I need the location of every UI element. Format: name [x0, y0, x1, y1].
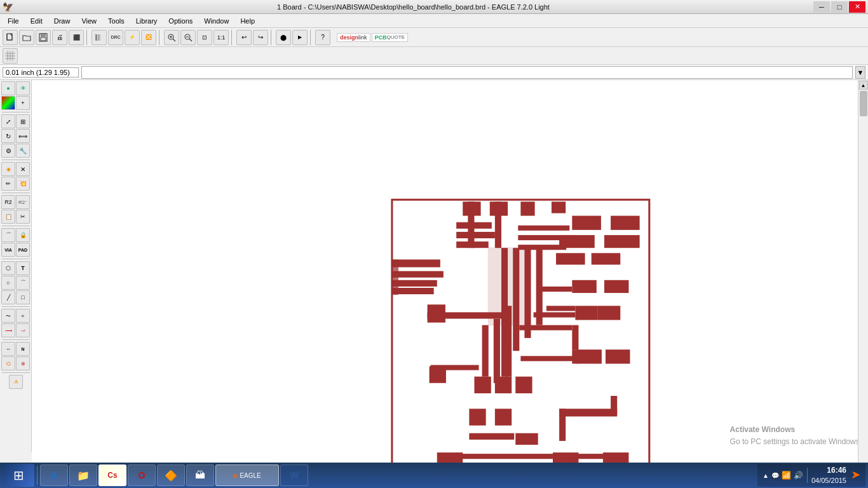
start-button[interactable]: ⊞ — [3, 464, 34, 487]
cut-button[interactable]: ✂ — [16, 210, 30, 224]
taskbar-eagle[interactable]: e EAGLE — [215, 464, 279, 486]
grid-toggle-button[interactable] — [3, 48, 18, 64]
menu-file[interactable]: File — [3, 16, 24, 26]
undo-button[interactable]: ↩ — [236, 30, 252, 45]
add-part-button[interactable]: ◉ — [1, 162, 15, 176]
menu-help[interactable]: Help — [235, 16, 260, 26]
command-input[interactable] — [81, 66, 853, 79]
drc2-button[interactable]: ⚠ — [9, 375, 23, 389]
move-button[interactable]: ⤢ — [1, 114, 15, 128]
svg-rect-62 — [520, 356, 575, 361]
lock-button[interactable]: 🔒 — [16, 228, 30, 242]
arc-button[interactable]: ⌒ — [16, 276, 30, 290]
svg-rect-55 — [575, 306, 597, 320]
taskbar-coreldraw[interactable]: Cs — [98, 464, 126, 486]
vertical-scrollbar[interactable]: ▲ ▼ — [858, 80, 868, 480]
bus-button[interactable]: ≈ — [16, 309, 30, 323]
ratsnest-button[interactable]: ⚡ — [125, 30, 140, 45]
taskbar-ie[interactable]: e — [40, 464, 68, 486]
paste-button[interactable]: 📋 — [1, 210, 15, 224]
ungroup-button[interactable]: R2⁻ — [16, 195, 30, 209]
script-button[interactable]: ▶ — [292, 30, 308, 45]
new-button[interactable] — [3, 30, 18, 45]
svg-rect-70 — [450, 454, 553, 459]
command-dropdown[interactable]: ▼ — [855, 66, 865, 79]
text-button[interactable]: T — [16, 261, 30, 275]
color-button[interactable] — [1, 96, 15, 110]
group-button[interactable]: R2 — [1, 195, 15, 209]
taskbar-vlc[interactable]: 🔶 — [157, 464, 185, 486]
designlink-logo[interactable]: designlink — [337, 33, 370, 42]
settings-button[interactable]: ⚙ — [1, 144, 15, 158]
rect-button[interactable]: □ — [16, 290, 30, 304]
redo-button[interactable]: ↪ — [253, 30, 268, 45]
copy-button[interactable]: ⊞ — [16, 114, 30, 128]
route-button[interactable]: ⟶ — [1, 323, 15, 337]
drc-button[interactable]: DRC — [108, 30, 123, 45]
menu-edit[interactable]: Edit — [25, 16, 48, 26]
via-button[interactable]: VIA — [1, 243, 15, 257]
tray-arrow[interactable]: ▲ — [763, 472, 769, 479]
window-title: 1 Board - C:\Users\NABISWA\Desktop\hello… — [13, 3, 813, 11]
clock[interactable]: 16:46 04/05/2015 — [811, 465, 846, 485]
tray-volume[interactable]: 🔊 — [794, 471, 803, 480]
help-button[interactable]: ? — [315, 30, 330, 45]
tray-eagle-icon[interactable]: ⮞ — [851, 470, 860, 480]
wrench-button[interactable]: 🔧 — [16, 144, 30, 158]
stop-button[interactable]: ⬤ — [276, 30, 291, 45]
polygon-button[interactable]: ⬡ — [1, 261, 15, 275]
zoom-100-button[interactable]: 1:1 — [214, 30, 229, 45]
tray-icon-1[interactable]: 💬 — [771, 472, 779, 479]
circle-button[interactable]: ○ — [1, 276, 15, 290]
fanout-button[interactable]: ⊕ — [16, 356, 30, 370]
menu-draw[interactable]: Draw — [49, 16, 76, 26]
minimize-button[interactable]: ─ — [813, 1, 830, 13]
autorouter-button[interactable]: 🔀 — [141, 30, 156, 45]
ripup-button[interactable]: ⌒ — [1, 228, 15, 242]
print-button[interactable]: 🖨 — [52, 30, 67, 45]
edit-button[interactable]: ✏ — [1, 177, 15, 191]
delete-button[interactable]: ✕ — [16, 162, 30, 176]
line-button[interactable]: ╱ — [1, 290, 15, 304]
svg-rect-57 — [577, 349, 601, 363]
taskbar-word[interactable]: W — [280, 464, 308, 486]
rotate-button[interactable]: ↻ — [1, 129, 15, 143]
zoom-in-button[interactable] — [164, 30, 179, 45]
menu-library[interactable]: Library — [131, 16, 163, 26]
taskbar-explorer[interactable]: 📁 — [69, 464, 97, 486]
menu-options[interactable]: Options — [163, 16, 198, 26]
taskbar-photos[interactable]: 🏔 — [186, 464, 214, 486]
lt-separator-6 — [2, 306, 30, 307]
zoom-out-button[interactable] — [180, 30, 196, 45]
vscroll-up-button[interactable]: ▲ — [859, 81, 868, 90]
pcb-canvas-area[interactable]: Activate Windows Go to PC settings to ac… — [32, 80, 868, 480]
route2-button[interactable]: ⤻ — [16, 323, 30, 337]
dimension-button[interactable]: ↔ — [1, 342, 15, 356]
signal-button[interactable]: 〜 — [1, 309, 15, 323]
layer-panel-button[interactable] — [92, 30, 107, 45]
print-preview-button[interactable]: ⬛ — [69, 30, 84, 45]
taskbar-opera[interactable]: O — [128, 464, 156, 486]
svg-rect-36 — [392, 271, 444, 278]
name-button[interactable]: N — [16, 342, 30, 356]
save-button[interactable] — [36, 30, 51, 45]
select-button[interactable]: ● — [1, 81, 15, 95]
pcbquote-logo[interactable]: PCBQUOTE — [372, 33, 408, 42]
close-button[interactable]: ✕ — [849, 1, 865, 13]
maximize-button[interactable]: □ — [831, 1, 848, 13]
menu-window[interactable]: Window — [199, 16, 234, 26]
tray-network[interactable]: 📶 — [782, 471, 791, 480]
crosshair-button[interactable]: + — [16, 96, 30, 110]
svg-rect-41 — [513, 248, 519, 351]
mirror-button[interactable]: ⟺ — [16, 129, 30, 143]
smash-button[interactable]: 💥 — [16, 177, 30, 191]
toolbar-separator-3 — [231, 30, 234, 45]
menu-tools[interactable]: Tools — [103, 16, 130, 26]
open-button[interactable] — [19, 30, 34, 45]
pad-button[interactable]: PAD — [16, 243, 30, 257]
zoom-fit-button[interactable]: ⊡ — [197, 30, 212, 45]
eye-button[interactable]: 👁 — [16, 81, 30, 95]
assign-button[interactable]: ⌬ — [1, 356, 15, 370]
menu-view[interactable]: View — [76, 16, 102, 26]
vscroll-thumb[interactable] — [860, 91, 867, 116]
